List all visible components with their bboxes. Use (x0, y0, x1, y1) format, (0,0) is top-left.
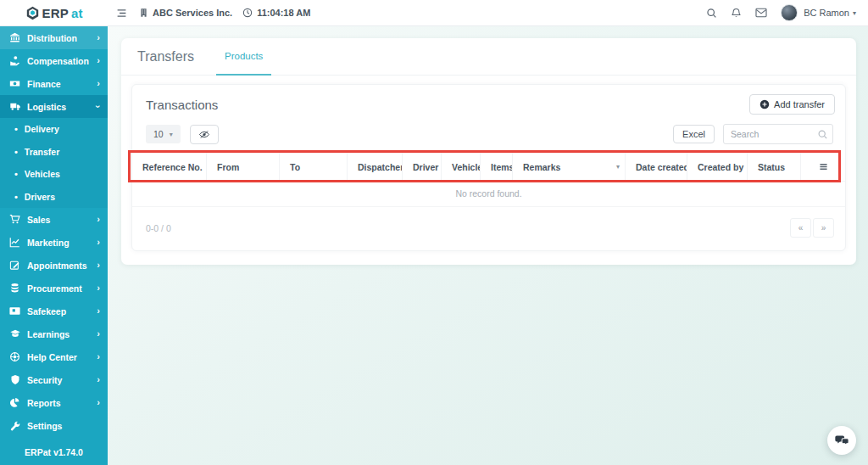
column-header-status[interactable]: Status (748, 153, 801, 181)
chevron-right-icon: › (97, 375, 100, 384)
page-title: Transfers (137, 49, 194, 64)
sidebar-item-appointments[interactable]: Appointments › (0, 254, 108, 277)
sidebar-item-label: Learnings (27, 329, 70, 339)
sidebar-item-label: Marketing (27, 238, 70, 248)
chart-line-icon (8, 237, 21, 248)
compensation-icon (8, 55, 21, 66)
sidebar-item-settings[interactable]: Settings (0, 414, 108, 437)
search-icon[interactable] (706, 8, 717, 19)
bell-icon[interactable] (731, 8, 742, 19)
column-header-driver[interactable]: Driver (403, 153, 442, 181)
sidebar-item-sales[interactable]: Sales › (0, 208, 108, 231)
sidebar-subitem-vehicles[interactable]: • Vehicles (0, 163, 108, 186)
chevron-down-icon: › (94, 105, 103, 109)
company-name[interactable]: ABC Services Inc. (153, 8, 232, 18)
bullet-icon: • (14, 192, 18, 202)
column-header-remarks[interactable]: Remarks ▾ (513, 153, 626, 181)
sidebar-item-marketing[interactable]: Marketing › (0, 231, 108, 254)
app-root: ERPat ABC Services Inc. 11:04:18 AM BC R… (0, 0, 868, 465)
sidebar-item-finance[interactable]: Finance › (0, 72, 108, 95)
sidebar-item-label: Settings (27, 421, 62, 431)
column-header-date-created[interactable]: Date created (626, 153, 687, 181)
column-header-vehicle[interactable]: Vehicle (442, 153, 481, 181)
sidebar-item-label: Compensation (27, 56, 89, 66)
sidebar-item-compensation[interactable]: Compensation › (0, 49, 108, 72)
panel-title: Transactions (146, 98, 218, 112)
life-ring-icon (8, 351, 21, 362)
shield-icon (8, 374, 21, 385)
sidebar-collapse-icon[interactable] (116, 8, 127, 19)
pagination-next-button[interactable]: » (813, 218, 834, 238)
chat-bubbles-icon (835, 434, 849, 447)
table-header-wrap: Reference No. From To Dispatcher Driver … (132, 153, 845, 181)
column-header-items[interactable]: Items (481, 153, 513, 181)
chevron-right-icon: › (97, 33, 100, 42)
magnifier-icon (817, 128, 828, 143)
column-header-remarks-label: Remarks (523, 162, 560, 172)
pen-square-icon (8, 260, 21, 271)
bullet-icon: • (14, 124, 18, 134)
sidebar-subitem-label: Drivers (25, 192, 55, 202)
wrench-icon (8, 421, 21, 431)
main-content: Transfers Products Transactions Add tran… (108, 26, 868, 465)
pie-chart-icon (8, 397, 21, 408)
sidebar-subitem-label: Vehicles (25, 169, 60, 179)
app-logo[interactable]: ERPat (0, 6, 108, 20)
sidebar-item-label: Finance (27, 79, 61, 89)
table-header-row: Reference No. From To Dispatcher Driver … (132, 153, 845, 181)
transactions-panel: Transactions Add transfer 10 ▾ (131, 84, 846, 251)
sidebar-item-security[interactable]: Security › (0, 368, 108, 391)
sidebar-item-label: Security (27, 375, 62, 385)
pagination-range: 0-0 / 0 (146, 223, 171, 233)
chevron-right-icon: › (97, 261, 100, 270)
logo-text-dark: ERP (42, 6, 69, 20)
excel-export-button[interactable]: Excel (673, 125, 715, 143)
chevron-right-icon: › (97, 306, 100, 316)
page-size-value: 10 (153, 129, 164, 139)
sidebar-item-learnings[interactable]: Learnings › (0, 322, 108, 345)
column-header-reference-no[interactable]: Reference No. (132, 153, 207, 181)
column-header-actions[interactable] (801, 153, 845, 181)
topbar-actions: BC Ramon ▾ (693, 4, 868, 21)
column-header-to[interactable]: To (280, 153, 348, 181)
sidebar-subitem-drivers[interactable]: • Drivers (0, 186, 108, 209)
column-header-dispatcher[interactable]: Dispatcher (348, 153, 403, 181)
column-visibility-button[interactable] (190, 125, 219, 144)
truck-icon (8, 101, 21, 112)
caret-down-icon: ▾ (170, 131, 173, 138)
user-name[interactable]: BC Ramon (804, 8, 849, 18)
sidebar-item-label: Reports (27, 398, 61, 408)
sidebar-item-help-center[interactable]: Help Center › (0, 345, 108, 368)
panel-header: Transactions Add transfer (132, 85, 845, 122)
sidebar-item-logistics[interactable]: Logistics › (0, 95, 108, 118)
tab-products[interactable]: Products (216, 38, 271, 76)
column-header-from[interactable]: From (207, 153, 280, 181)
transfers-card: Transfers Products Transactions Add tran… (121, 38, 856, 265)
page-size-select[interactable]: 10 ▾ (146, 125, 181, 143)
sidebar-item-distribution[interactable]: Distribution › (0, 26, 108, 49)
chevron-right-icon: › (97, 56, 100, 65)
sidebar-item-reports[interactable]: Reports › (0, 391, 108, 414)
sidebar-item-label: Distribution (27, 33, 77, 43)
user-menu-caret-icon[interactable]: ▾ (853, 9, 856, 17)
empty-table-message: No record found. (132, 181, 845, 207)
plus-circle-icon (760, 99, 770, 109)
add-transfer-button[interactable]: Add transfer (749, 94, 835, 115)
sidebar-item-label: Safekeep (27, 306, 66, 317)
sidebar-item-procurement[interactable]: Procurement › (0, 277, 108, 300)
mail-icon[interactable] (755, 8, 767, 18)
pagination-prev-button[interactable]: « (790, 218, 811, 238)
sidebar-item-label: Help Center (27, 352, 77, 362)
sidebar-subitem-transfer[interactable]: • Transfer (0, 141, 108, 164)
table-controls: 10 ▾ Excel (132, 122, 845, 153)
money-bill-icon (8, 78, 21, 89)
sidebar-subitem-delivery[interactable]: • Delivery (0, 118, 108, 141)
chat-fab-button[interactable] (827, 426, 856, 455)
sidebar-item-label: Procurement (27, 283, 82, 294)
sort-caret-icon[interactable]: ▾ (616, 163, 620, 171)
clock-icon (242, 8, 253, 18)
sidebar-item-safekeep[interactable]: Safekeep › (0, 300, 108, 322)
user-avatar[interactable] (781, 4, 798, 21)
column-header-created-by[interactable]: Created by (687, 153, 748, 181)
sidebar-item-label: Appointments (27, 261, 87, 271)
